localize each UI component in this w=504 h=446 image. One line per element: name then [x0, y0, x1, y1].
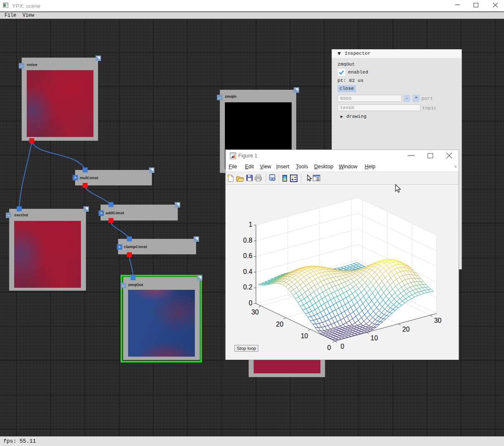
svg-text:0: 0 [327, 344, 331, 351]
svg-text:1: 1 [249, 221, 252, 228]
svg-text:0.4: 0.4 [243, 268, 252, 275]
svg-text:0.2: 0.2 [243, 284, 252, 291]
svg-text:0.6: 0.6 [243, 252, 252, 259]
svg-text:20: 20 [276, 321, 284, 328]
svg-text:0: 0 [340, 343, 344, 350]
svg-text:10: 10 [370, 334, 378, 342]
svg-text:0.8: 0.8 [243, 237, 252, 244]
svg-text:30: 30 [434, 317, 441, 324]
svg-text:0: 0 [249, 299, 252, 307]
svg-text:30: 30 [251, 309, 259, 316]
svg-text:10: 10 [301, 332, 308, 340]
svg-text:20: 20 [402, 326, 410, 333]
